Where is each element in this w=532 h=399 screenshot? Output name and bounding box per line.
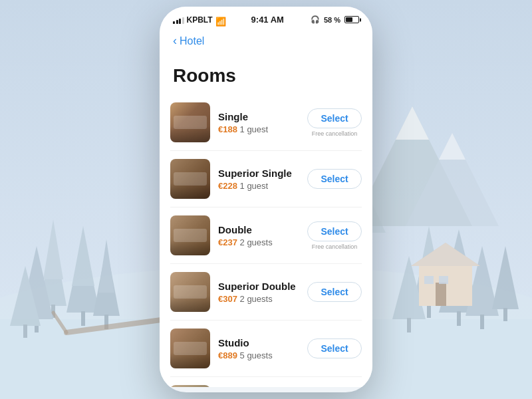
svg-rect-38 [424, 276, 434, 284]
room-guests-superior-double: 2 guests [240, 294, 273, 304]
room-price-value-single: €188 [218, 124, 240, 134]
battery-percent: 58 % [324, 16, 340, 24]
room-info-studio: Studio€889 5 guests [218, 337, 299, 360]
free-cancel-label-single: Free cancellation [312, 130, 358, 137]
content-area: Rooms Single€188 1 guestSelectFree cance… [160, 55, 372, 387]
room-thumbnail-inner-single [170, 102, 210, 142]
room-thumbnail-single [170, 102, 210, 142]
room-thumbnail-double [170, 215, 210, 255]
room-info-superior-single: Superior Single€228 1 guest [218, 168, 299, 191]
room-price-value-double: €237 [218, 237, 240, 247]
battery-fill [346, 17, 352, 22]
room-thumbnail-inner-studio [170, 329, 210, 368]
battery-icon [344, 16, 359, 23]
free-cancel-label-double: Free cancellation [312, 243, 358, 250]
room-info-double: Double€237 2 guests [218, 224, 299, 247]
room-action-superior-double: Select [307, 282, 362, 302]
nav-bar: ‹ Hotel [160, 29, 372, 55]
room-thumbnail-luxe-studio [170, 385, 210, 387]
room-thumbnail-inner-superior-double [170, 272, 210, 312]
select-button-single[interactable]: Select [307, 108, 362, 128]
room-price-superior-single: €228 1 guest [218, 181, 299, 191]
room-action-studio: Select [307, 338, 362, 358]
room-price-value-superior-double: €307 [218, 294, 240, 304]
room-action-double: SelectFree cancellation [307, 221, 362, 250]
svg-rect-33 [407, 318, 411, 332]
room-action-single: SelectFree cancellation [307, 108, 362, 137]
room-list: Single€188 1 guestSelectFree cancellatio… [160, 94, 372, 387]
select-button-studio[interactable]: Select [307, 338, 362, 358]
room-guests-studio: 5 guests [240, 350, 273, 360]
room-name-double: Double [218, 224, 299, 235]
room-guests-double: 2 guests [240, 237, 273, 247]
room-item-double: Double€237 2 guestsSelectFree cancellati… [170, 207, 362, 264]
svg-rect-39 [439, 276, 448, 284]
room-thumbnail-studio [170, 329, 210, 368]
svg-rect-21 [23, 325, 27, 338]
signal-bars [173, 16, 184, 24]
battery-indicator [344, 16, 359, 23]
select-button-superior-double[interactable]: Select [307, 282, 362, 302]
room-price-single: €188 1 guest [218, 124, 299, 134]
room-thumbnail-superior-single [170, 159, 210, 199]
room-name-studio: Studio [218, 337, 299, 348]
room-thumbnail-superior-double [170, 272, 210, 312]
select-button-double[interactable]: Select [307, 221, 362, 241]
room-price-double: €237 2 guests [218, 237, 299, 247]
nav-title[interactable]: Hotel [180, 35, 204, 47]
status-right: 🎧 58 % [311, 15, 359, 24]
room-price-superior-double: €307 2 guests [218, 294, 299, 304]
back-arrow-icon[interactable]: ‹ [173, 34, 177, 48]
room-info-single: Single€188 1 guest [218, 111, 299, 134]
room-name-superior-single: Superior Single [218, 168, 299, 179]
room-thumbnail-inner-double [170, 215, 210, 255]
room-item-studio: Studio€889 5 guestsSelect [170, 321, 362, 377]
room-name-superior-double: Superior Double [218, 281, 299, 292]
svg-rect-29 [480, 315, 484, 329]
room-thumbnail-inner-luxe-studio [170, 385, 210, 387]
room-item-superior-double: Superior Double€307 2 guestsSelect [170, 264, 362, 321]
room-price-value-superior-single: €228 [218, 181, 240, 191]
room-item-single: Single€188 1 guestSelectFree cancellatio… [170, 94, 362, 151]
room-item-luxe-studio: Luxe studio€1337 5 guestsSelect [170, 377, 362, 387]
phone-frame: KPBLT 📶 9:41 AM 🎧 58 % ‹ Hotel Rooms Sin… [160, 7, 372, 392]
status-left: KPBLT 📶 [173, 15, 225, 25]
status-bar: KPBLT 📶 9:41 AM 🎧 58 % [160, 7, 372, 29]
carrier-label: KPBLT [187, 15, 213, 25]
svg-rect-24 [427, 305, 431, 318]
room-price-value-studio: €889 [218, 350, 240, 360]
room-item-superior-single: Superior Single€228 1 guestSelect [170, 151, 362, 207]
page-title: Rooms [160, 55, 372, 94]
room-info-superior-double: Superior Double€307 2 guests [218, 281, 299, 304]
room-thumbnail-inner-superior-single [170, 159, 210, 199]
svg-rect-37 [436, 283, 446, 306]
room-guests-superior-single: 1 guest [240, 181, 269, 191]
wifi-icon: 📶 [215, 17, 225, 23]
room-guests-single: 1 guest [240, 124, 269, 134]
svg-rect-27 [457, 311, 461, 326]
room-price-studio: €889 5 guests [218, 350, 299, 360]
status-time: 9:41 AM [251, 15, 284, 25]
select-button-superior-single[interactable]: Select [307, 169, 362, 189]
headphone-icon: 🎧 [311, 15, 320, 24]
room-action-superior-single: Select [307, 169, 362, 189]
svg-rect-14 [81, 311, 85, 326]
svg-rect-31 [503, 308, 507, 321]
room-name-single: Single [218, 111, 299, 122]
